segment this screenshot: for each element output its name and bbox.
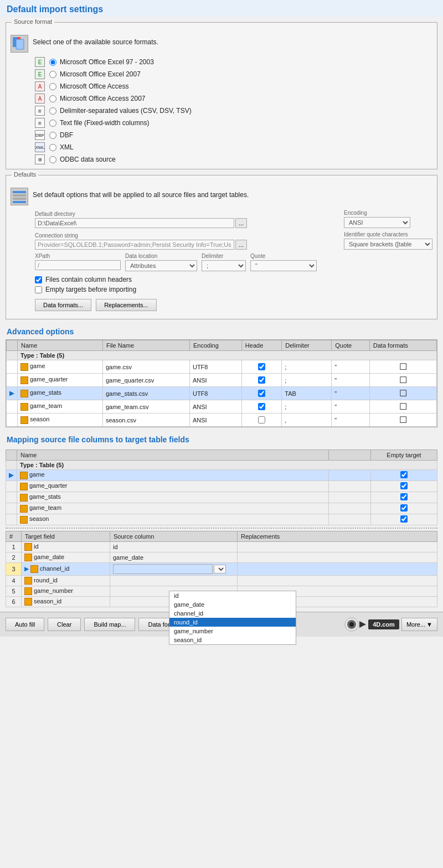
col-headers-label: Files contain column headers [45,276,132,283]
mapping-row-2[interactable]: 2 game_date game_date [6,552,437,563]
xml-icon: XML [35,142,45,152]
adv-col-header: Heade [241,340,281,351]
empty-targets-label: Empty targets before importing [45,286,136,293]
source-format-legend: Source format [12,18,54,25]
connection-string-label: Connection string [35,232,339,239]
replacements-button[interactable]: Replacements... [96,299,156,311]
table-icon [20,483,28,490]
source-column-dropdown-3[interactable]: ▼ [214,565,226,574]
section-divider [6,528,437,529]
mapping-row-game-team[interactable]: game_team [6,503,437,514]
format-xml[interactable]: XML XML [35,142,432,152]
adv-row-game-team[interactable]: game_team game_team.csv ANSI ; " ☐ [7,400,437,414]
empty-targets-checkbox[interactable] [35,286,42,293]
access-icon: A [35,81,45,91]
build-map-button[interactable]: Build map... [84,618,135,631]
defaults-legend: Defaults [12,171,38,178]
odbc-icon: ⊞ [35,154,45,164]
svg-rect-5 [13,198,26,200]
col-headers-checkbox[interactable] [35,276,42,283]
lower-col-target: Target field [22,531,110,542]
xpath-label: XPath [35,253,121,259]
dropdown-item-game-date[interactable]: game_date [169,600,296,609]
table-icon [20,505,28,513]
mapping-row-4[interactable]: 4 round_id [6,576,437,586]
mapping-row-game-quarter[interactable]: game_quarter [6,481,437,492]
defaults-icon [11,188,28,205]
browse-button[interactable]: ... [235,218,247,228]
svg-marker-10 [359,621,366,628]
quote-label: Quote [250,253,317,259]
logo-text: 4D.com [368,619,399,629]
format-access2007[interactable]: A Microsoft Office Access 2007 [35,94,432,104]
dropdown-item-season-id[interactable]: season_id [169,636,296,644]
dropdown-item-id[interactable]: id [169,591,296,600]
field-icon [24,577,32,585]
format-odbc[interactable]: ⊞ ODBC data source [35,154,432,164]
source-column-input-3[interactable] [113,564,213,574]
adv-row-season[interactable]: season season.csv ANSI , " ☐ [7,414,437,427]
adv-col-delimiter: Delimiter [282,340,332,351]
format-txt[interactable]: ≡ Text file (Fixed-width columns) [35,118,432,128]
table-icon [20,403,28,411]
table-icon [20,416,28,424]
xpath-input[interactable] [35,260,121,270]
logo-area: 4D.com More... ▼ [344,617,437,632]
format-excel2007[interactable]: E Microsoft Office Excel 2007 [35,69,432,79]
connection-browse-button[interactable]: ... [235,240,247,250]
iqc-select[interactable]: Square brackets ([table [344,239,432,250]
mapping-row-1[interactable]: 1 id id [6,542,437,552]
format-csv[interactable]: ≡ Delimiter-separated values (CSV, DSV, … [35,106,432,116]
table-icon [20,516,28,524]
source-column-dropdown-list[interactable]: id game_date channel_id round_id game_nu… [169,591,296,645]
adv-row-game-quarter[interactable]: game_quarter game_quarter.csv ANSI ; " ☐ [7,374,437,387]
table-icon [20,390,28,397]
page-title: Default import settings [0,0,443,17]
dbf-icon: DBF [35,130,45,140]
more-dropdown-arrow: ▼ [426,621,432,628]
connection-string-input[interactable] [35,240,234,250]
clear-button[interactable]: Clear [48,618,81,631]
field-icon [24,554,32,561]
field-icon [24,543,32,551]
more-button[interactable]: More... ▼ [401,618,437,631]
format-access[interactable]: A Microsoft Office Access [35,81,432,91]
data-formats-button[interactable]: Data formats... [35,299,91,311]
mapping-title: Mapping source file columns to target ta… [0,432,443,445]
excel-icon: E [35,57,45,67]
data-location-label: Data location [125,253,197,259]
adv-row-game-stats[interactable]: ▶ game_stats game_stats.csv UTF8 TAB " ☐ [7,387,437,400]
mapping-upper-col-empty: Empty target [371,450,437,461]
auto-fill-button[interactable]: Auto fill [6,618,44,631]
format-excel97[interactable]: E Microsoft Office Excel 97 - 2003 [35,57,432,67]
svg-rect-3 [13,191,26,193]
dropdown-item-channel-id[interactable]: channel_id [169,609,296,618]
mapping-row-game-stats[interactable]: game_stats [6,492,437,503]
mapping-row-game[interactable]: ▶ game [6,470,437,481]
logo-icon [344,617,366,632]
advanced-options-title: Advanced options [0,324,443,337]
field-icon [24,598,32,606]
dropdown-item-round-id[interactable]: round_id [169,618,296,627]
txt-icon: ≡ [35,118,45,128]
adv-col-dataformats: Data formats [369,340,436,351]
default-directory-label: Default directory [35,211,339,217]
default-directory-input[interactable] [35,218,234,228]
mapping-row-3[interactable]: 3 ▶ channel_id ▼ [6,563,437,576]
adv-row-game[interactable]: game game.csv UTF8 ; " ☐ [7,360,437,374]
adv-col-encoding: Encoding [189,340,241,351]
quote-select[interactable]: " [250,260,317,271]
mapping-section: Name Empty target Type : Table (5) ▶ gam… [6,450,437,607]
dropdown-item-game-number[interactable]: game_number [169,627,296,636]
source-format-description: Select one of the available source forma… [33,35,158,46]
mapping-row-season[interactable]: season [6,514,437,525]
advanced-options-table-wrap: Name File Name Encoding Heade Delimiter … [6,339,437,427]
format-dbf[interactable]: DBF DBF [35,130,432,140]
encoding-select[interactable]: ANSI UTF8 [344,217,410,228]
lower-col-replacements: Replacements [238,531,437,542]
delimiter-select[interactable]: ; [202,260,246,271]
svg-rect-2 [17,37,20,39]
data-location-select[interactable]: Attributes [125,260,197,271]
svg-rect-4 [13,194,26,197]
table-icon [20,376,28,384]
